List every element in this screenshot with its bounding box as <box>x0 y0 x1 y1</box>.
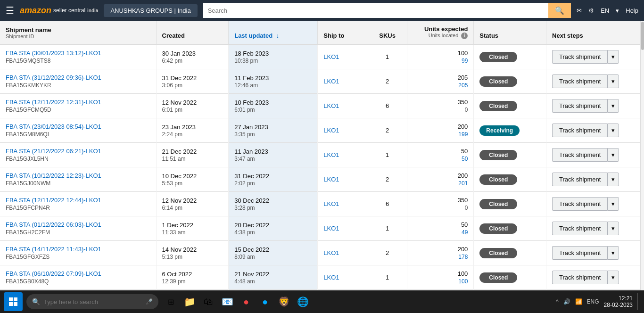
shipment-name-link-3[interactable]: FBA STA (23/01/2023 08:54)-LKO1 <box>6 123 150 130</box>
track-shipment-button-6[interactable]: Track shipment <box>552 197 607 211</box>
language-selector[interactable]: EN <box>601 7 609 14</box>
shipment-name-link-0[interactable]: FBA STA (30/01/2023 13:12)-LKO1 <box>6 49 150 57</box>
track-shipment-dropdown-0[interactable]: ▾ <box>607 50 619 64</box>
shipment-name-link-1[interactable]: FBA STA (31/12/2022 09:36)-LKO1 <box>6 74 150 81</box>
taskbar-time: 12:21 <box>604 295 633 302</box>
cell-shipto-3: LKO1 <box>318 118 368 143</box>
table-row: FBA STA (10/12/2022 12:23)-LKO1 FBA15GJ0… <box>0 167 644 192</box>
taskbar-app-taskview[interactable]: ⊞ <box>162 293 179 310</box>
units-located-3: 199 <box>413 131 468 138</box>
track-shipment-button-9[interactable]: Track shipment <box>552 271 607 284</box>
cell-updated-3: 27 Jan 2023 3:35 pm <box>229 118 318 143</box>
taskbar-app-app1[interactable]: ● <box>238 293 255 310</box>
cell-skus-4: 1 <box>368 143 407 167</box>
show-desktop-button[interactable] <box>637 293 640 310</box>
track-shipment-button-4[interactable]: Track shipment <box>552 148 607 162</box>
table-row: FBA STA (06/10/2022 07:09)-LKO1 FBA15GB0… <box>0 265 644 290</box>
track-shipment-dropdown-6[interactable]: ▾ <box>607 197 619 211</box>
created-time-2: 6:01 pm <box>162 107 223 113</box>
updated-date-2: 10 Feb 2023 <box>234 99 312 106</box>
cell-status-4: Closed <box>474 143 546 167</box>
cell-units-4: 50 50 <box>407 143 474 167</box>
hamburger-menu[interactable]: ☰ <box>6 5 14 16</box>
units-expected-3: 200 <box>413 123 468 130</box>
taskbar-app-app2[interactable]: ● <box>256 293 273 310</box>
scrollbar[interactable] <box>640 21 644 290</box>
scrollbar-thumb <box>641 22 644 50</box>
cell-status-7: Closed <box>474 216 546 241</box>
shipment-name-link-9[interactable]: FBA STA (06/10/2022 07:09)-LKO1 <box>6 270 150 277</box>
status-badge-8: Closed <box>479 248 517 258</box>
updated-date-7: 20 Dec 2022 <box>234 222 312 229</box>
mail-icon[interactable]: ✉ <box>577 7 582 14</box>
taskbar-app-brave[interactable]: 🦁 <box>275 293 292 310</box>
help-link[interactable]: Help <box>626 7 638 14</box>
track-shipment-dropdown-3[interactable]: ▾ <box>607 124 619 137</box>
cell-nextsteps-3: Track shipment ▾ <box>546 118 644 143</box>
taskbar-search[interactable]: 🔍 🎤 <box>26 294 158 309</box>
created-date-0: 30 Jan 2023 <box>162 50 223 57</box>
cell-shipto-5: LKO1 <box>318 167 368 192</box>
track-shipment-dropdown-7[interactable]: ▾ <box>607 222 619 235</box>
lang-chevron[interactable]: ▾ <box>616 7 619 14</box>
units-expected-6: 350 <box>413 197 468 204</box>
cell-updated-1: 11 Feb 2023 12:46 am <box>229 69 318 94</box>
taskbar-app-mail[interactable]: 📧 <box>219 293 236 310</box>
cell-shipto-9: LKO1 <box>318 265 368 290</box>
track-shipment-button-3[interactable]: Track shipment <box>552 124 607 137</box>
svg-rect-1 <box>14 297 17 301</box>
seller-name[interactable]: ANUSHKAS GROUPS | India <box>104 4 197 17</box>
col-header-updated[interactable]: Last updated ↓ <box>229 21 318 44</box>
created-date-4: 21 Dec 2022 <box>162 148 223 155</box>
next-steps-container-2: Track shipment ▾ <box>552 99 638 113</box>
updated-time-2: 6:01 pm <box>234 107 312 113</box>
track-shipment-button-8[interactable]: Track shipment <box>552 246 607 260</box>
volume-icon[interactable]: 📶 <box>575 298 582 305</box>
taskbar-app-chrome[interactable]: 🌐 <box>294 293 311 310</box>
cell-units-3: 200 199 <box>407 118 474 143</box>
cell-created-6: 12 Nov 2022 6:14 pm <box>156 192 229 216</box>
track-shipment-button-2[interactable]: Track shipment <box>552 99 607 113</box>
updated-time-9: 4:48 am <box>234 278 312 285</box>
start-button[interactable] <box>4 292 23 311</box>
shipment-name-link-8[interactable]: FBA STA (14/11/2022 11:43)-LKO1 <box>6 246 150 253</box>
cell-nextsteps-1: Track shipment ▾ <box>546 69 644 94</box>
shipment-name-link-2[interactable]: FBA STA (12/11/2022 12:31)-LKO1 <box>6 99 150 106</box>
track-shipment-dropdown-2[interactable]: ▾ <box>607 99 619 113</box>
cell-name-7: FBA STA (01/12/2022 06:03)-LKO1 FBA15GH2… <box>0 216 156 241</box>
track-shipment-button-1[interactable]: Track shipment <box>552 74 607 88</box>
taskbar-search-input[interactable] <box>44 298 142 305</box>
network-icon[interactable]: 🔊 <box>563 298 570 305</box>
track-shipment-dropdown-4[interactable]: ▾ <box>607 148 619 162</box>
taskbar-app-explorer[interactable]: 📁 <box>181 293 198 310</box>
created-date-2: 12 Nov 2022 <box>162 99 223 106</box>
shipment-name-link-7[interactable]: FBA STA (01/12/2022 06:03)-LKO1 <box>6 221 150 228</box>
created-date-6: 12 Nov 2022 <box>162 197 223 204</box>
track-shipment-button-5[interactable]: Track shipment <box>552 173 607 186</box>
taskbar-app-store[interactable]: 🛍 <box>200 293 217 310</box>
cell-name-4: FBA STA (21/12/2022 06:21)-LKO1 FBA15GJX… <box>0 143 156 167</box>
taskbar-clock[interactable]: 12:21 28-02-2023 <box>604 295 633 308</box>
shipment-name-link-6[interactable]: FBA STA (12/11/2022 12:44)-LKO1 <box>6 197 150 204</box>
settings-icon[interactable]: ⚙ <box>588 7 594 14</box>
shipment-name-link-5[interactable]: FBA STA (10/12/2022 12:23)-LKO1 <box>6 172 150 179</box>
track-shipment-dropdown-8[interactable]: ▾ <box>607 246 619 260</box>
cell-updated-2: 10 Feb 2023 6:01 pm <box>229 94 318 118</box>
track-shipment-dropdown-1[interactable]: ▾ <box>607 74 619 88</box>
track-shipment-button-7[interactable]: Track shipment <box>552 222 607 235</box>
cell-name-8: FBA STA (14/11/2022 11:43)-LKO1 FBA15GFG… <box>0 241 156 265</box>
track-shipment-button-0[interactable]: Track shipment <box>552 50 607 64</box>
track-shipment-dropdown-9[interactable]: ▾ <box>607 271 619 284</box>
search-button[interactable]: 🔍 <box>548 3 571 18</box>
track-shipment-dropdown-5[interactable]: ▾ <box>607 173 619 186</box>
status-badge-7: Closed <box>479 223 517 234</box>
status-badge-1: Closed <box>479 76 517 87</box>
shipment-id-7: FBA15GH2C2FM <box>6 229 150 236</box>
cell-nextsteps-9: Track shipment ▾ <box>546 265 644 290</box>
units-info-icon[interactable]: i <box>461 33 468 39</box>
shipment-id-3: FBA15GM8M6QL <box>6 131 150 138</box>
search-input[interactable] <box>203 3 549 18</box>
shipment-name-link-4[interactable]: FBA STA (21/12/2022 06:21)-LKO1 <box>6 148 150 155</box>
microphone-icon[interactable]: 🎤 <box>146 298 153 305</box>
taskbar-chevron[interactable]: ^ <box>556 298 559 305</box>
